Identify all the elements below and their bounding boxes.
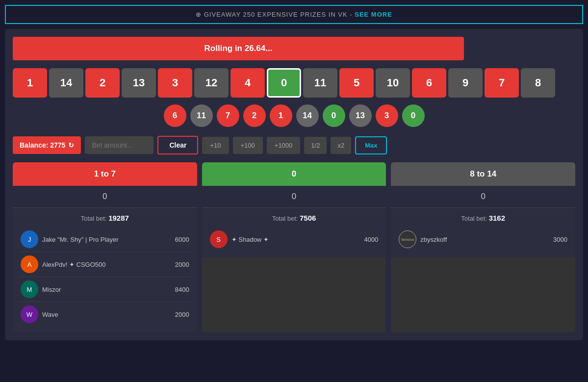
balance-button[interactable]: Balance: 2775 ↻: [13, 136, 81, 154]
rolling-text: Rolling in 26.64...: [205, 44, 273, 53]
player-name: AlexPdv! ✦ CSGO500: [42, 261, 171, 268]
player-row: WWave2000: [19, 302, 191, 327]
total-bet-right-prefix: Total bet:: [461, 215, 488, 222]
player-row: AAlexPdv! ✦ CSGO5002000: [19, 252, 191, 277]
player-row: famouszbyszkoff3000: [397, 227, 569, 252]
player-name: ✦ Shadow ✦: [231, 236, 360, 243]
player-avatar: S: [210, 230, 228, 248]
player-amount: 8400: [175, 286, 189, 293]
slot-0: 0: [267, 68, 301, 98]
player-row: JJake "Mr. Shy" | Pro Player6000: [19, 227, 191, 252]
right-players-list: famouszbyszkoff3000: [397, 227, 569, 252]
player-avatar: W: [21, 306, 38, 323]
bet-section-middle-header[interactable]: 0: [202, 162, 386, 186]
bet-section-middle-info: Total bet: 7506 S✦ Shadow ✦4000: [202, 208, 386, 257]
total-bet-left: Total bet: 19287: [19, 214, 191, 222]
slot-2: 2: [85, 68, 120, 98]
left-players-list: JJake "Mr. Shy" | Pro Player6000AAlexPdv…: [19, 227, 191, 327]
bet-section-middle: 0 0 Total bet: 7506 S✦ Shadow ✦4000: [202, 162, 386, 332]
history-circle: 1: [270, 104, 292, 127]
history-circle: 14: [296, 104, 319, 127]
bet-section-right-info: Total bet: 3162 famouszbyszkoff3000: [391, 208, 575, 257]
total-bet-middle-value: 7506: [300, 214, 316, 222]
slot-9: 9: [448, 68, 483, 98]
total-bet-right: Total bet: 3162: [397, 214, 569, 222]
history-circle: 0: [323, 104, 345, 127]
middle-players-list: S✦ Shadow ✦4000: [208, 227, 381, 252]
player-name: Wave: [42, 311, 171, 318]
history-circle: 0: [402, 104, 425, 127]
slot-12: 12: [194, 68, 229, 98]
slot-3: 3: [158, 68, 192, 98]
total-bet-left-prefix: Total bet:: [81, 215, 108, 222]
player-row: S✦ Shadow ✦4000: [208, 227, 381, 252]
bet-section-right: 8 to 14 0 Total bet: 3162 famouszbyszkof…: [391, 162, 575, 332]
bet-section-right-amount: 0: [391, 186, 575, 208]
bet-section-left-header[interactable]: 1 to 7: [13, 162, 197, 186]
history-circle: 11: [190, 104, 213, 127]
chip-100-button[interactable]: +100: [233, 137, 263, 154]
refresh-icon: ↻: [68, 141, 74, 149]
half-button[interactable]: 1/2: [304, 137, 327, 154]
bet-amount-input[interactable]: [85, 136, 153, 154]
total-bet-middle-prefix: Total bet:: [272, 215, 300, 222]
main-container: Rolling in 26.64... 11421331240115106978…: [5, 29, 583, 340]
player-avatar: J: [21, 230, 38, 248]
player-amount: 2000: [175, 311, 189, 318]
slot-10: 10: [376, 68, 410, 98]
chip-1000-button[interactable]: +1000: [267, 137, 301, 154]
top-banner: ⊕ GIVEAWAY 250 EXPENSIVE PRIZES IN VK - …: [5, 5, 583, 24]
slot-1: 1: [13, 68, 47, 98]
total-bet-middle: Total bet: 7506: [208, 214, 381, 222]
chip-10-button[interactable]: +10: [202, 137, 229, 154]
bet-section-middle-amount: 0: [202, 186, 386, 208]
slot-11: 11: [303, 68, 337, 98]
bet-section-left-amount: 0: [13, 186, 197, 208]
player-avatar: A: [21, 255, 38, 273]
player-amount: 6000: [175, 236, 189, 243]
slot-13: 13: [122, 68, 156, 98]
bet-section-left-info: Total bet: 19287 JJake "Mr. Shy" | Pro P…: [13, 208, 197, 332]
player-avatar: famous: [399, 230, 416, 248]
history-circle: 13: [349, 104, 372, 127]
banner-cta[interactable]: SEE MORE: [355, 11, 392, 18]
bet-section-right-header[interactable]: 8 to 14: [391, 162, 575, 186]
x2-button[interactable]: x2: [331, 137, 351, 154]
slots-row: 11421331240115106978: [13, 68, 575, 98]
slot-6: 6: [412, 68, 446, 98]
player-row: MMiszor8400: [19, 277, 191, 302]
banner-prefix: ⊕ GIVEAWAY 250 EXPENSIVE PRIZES IN VK -: [196, 11, 355, 18]
slot-8: 8: [521, 68, 555, 98]
controls-row: Balance: 2775 ↻ Clear +10 +100 +1000 1/2…: [13, 136, 575, 154]
max-button[interactable]: Max: [355, 136, 387, 154]
bet-sections: 1 to 7 0 Total bet: 19287 JJake "Mr. Shy…: [13, 162, 575, 332]
player-amount: 3000: [553, 236, 567, 243]
rolling-bar: Rolling in 26.64...: [13, 37, 464, 60]
balance-label: Balance: 2775: [20, 141, 65, 149]
history-circle: 7: [217, 104, 239, 127]
slot-7: 7: [485, 68, 519, 98]
slot-5: 5: [339, 68, 374, 98]
player-name: zbyszkoff: [420, 236, 549, 243]
history-circle: 3: [376, 104, 398, 127]
slot-14: 14: [49, 68, 83, 98]
history-row: 6117211401330: [13, 104, 575, 127]
player-amount: 2000: [175, 261, 189, 268]
history-circle: 2: [243, 104, 266, 127]
bet-section-left: 1 to 7 0 Total bet: 19287 JJake "Mr. Shy…: [13, 162, 197, 332]
player-name: Miszor: [42, 286, 171, 293]
clear-button[interactable]: Clear: [157, 136, 198, 154]
player-amount: 4000: [364, 236, 378, 243]
history-circle: 6: [164, 104, 186, 127]
total-bet-right-value: 3162: [489, 214, 505, 222]
player-avatar: M: [21, 280, 38, 298]
total-bet-left-value: 19287: [108, 214, 129, 222]
slot-4: 4: [230, 68, 265, 98]
player-name: Jake "Mr. Shy" | Pro Player: [42, 236, 171, 243]
